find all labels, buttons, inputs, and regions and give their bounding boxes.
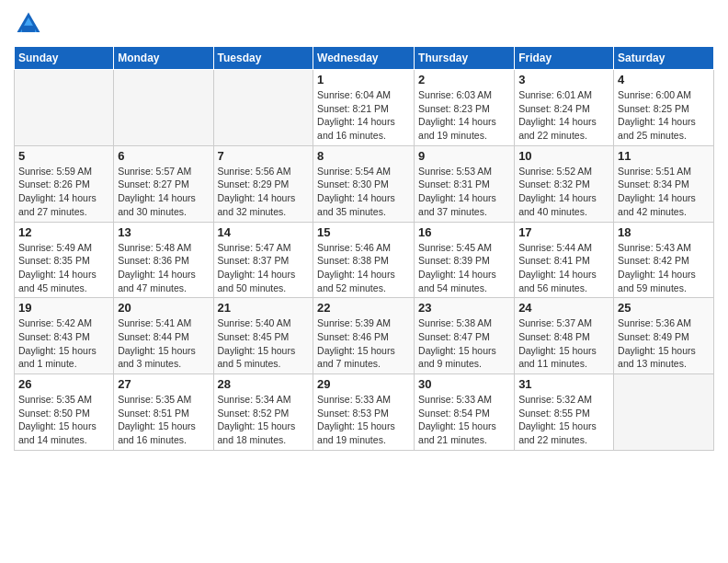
- day-number: 12: [18, 225, 109, 239]
- day-info: Sunrise: 6:03 AM Sunset: 8:23 PM Dayligh…: [418, 88, 510, 143]
- day-info: Sunrise: 6:04 AM Sunset: 8:21 PM Dayligh…: [317, 88, 410, 143]
- weekday-header-wednesday: Wednesday: [313, 47, 415, 70]
- calendar-cell: 18Sunrise: 5:43 AM Sunset: 8:42 PM Dayli…: [614, 222, 714, 298]
- day-info: Sunrise: 5:49 AM Sunset: 8:35 PM Dayligh…: [18, 241, 109, 295]
- day-number: 10: [518, 149, 609, 163]
- logo-icon: [14, 9, 43, 39]
- day-number: 22: [317, 301, 410, 315]
- calendar-week-2: 5Sunrise: 5:59 AM Sunset: 8:26 PM Daylig…: [15, 145, 714, 222]
- calendar-cell: 30Sunrise: 5:33 AM Sunset: 8:54 PM Dayli…: [415, 374, 515, 451]
- calendar-cell: 6Sunrise: 5:57 AM Sunset: 8:27 PM Daylig…: [114, 145, 213, 222]
- day-number: 4: [618, 73, 710, 86]
- day-number: 5: [18, 149, 109, 163]
- calendar-cell: 26Sunrise: 5:35 AM Sunset: 8:50 PM Dayli…: [15, 374, 114, 451]
- day-number: 23: [418, 301, 510, 315]
- day-number: 28: [218, 377, 310, 391]
- day-number: 24: [518, 301, 609, 315]
- day-info: Sunrise: 5:56 AM Sunset: 8:29 PM Dayligh…: [218, 165, 310, 219]
- day-number: 9: [418, 149, 510, 163]
- day-info: Sunrise: 5:59 AM Sunset: 8:26 PM Dayligh…: [18, 165, 109, 219]
- calendar-cell: 23Sunrise: 5:38 AM Sunset: 8:47 PM Dayli…: [415, 298, 515, 374]
- day-number: 14: [218, 225, 310, 239]
- day-number: 30: [418, 377, 510, 391]
- day-number: 27: [118, 377, 209, 391]
- day-number: 6: [118, 149, 209, 163]
- day-number: 29: [317, 377, 410, 391]
- day-number: 20: [118, 301, 209, 315]
- calendar-cell: 28Sunrise: 5:34 AM Sunset: 8:52 PM Dayli…: [213, 374, 313, 451]
- calendar-cell: 2Sunrise: 6:03 AM Sunset: 8:23 PM Daylig…: [415, 70, 515, 146]
- day-info: Sunrise: 5:53 AM Sunset: 8:31 PM Dayligh…: [418, 165, 510, 219]
- calendar-cell: 3Sunrise: 6:01 AM Sunset: 8:24 PM Daylig…: [515, 70, 614, 146]
- calendar-cell: 13Sunrise: 5:48 AM Sunset: 8:36 PM Dayli…: [114, 222, 213, 298]
- day-info: Sunrise: 5:42 AM Sunset: 8:43 PM Dayligh…: [18, 316, 109, 371]
- day-info: Sunrise: 5:33 AM Sunset: 8:54 PM Dayligh…: [418, 393, 510, 447]
- day-number: 7: [218, 149, 310, 163]
- calendar-week-3: 12Sunrise: 5:49 AM Sunset: 8:35 PM Dayli…: [15, 222, 714, 298]
- calendar-cell: 20Sunrise: 5:41 AM Sunset: 8:44 PM Dayli…: [114, 298, 213, 374]
- day-number: 31: [518, 377, 609, 391]
- day-info: Sunrise: 5:33 AM Sunset: 8:53 PM Dayligh…: [317, 393, 410, 447]
- calendar-cell: 19Sunrise: 5:42 AM Sunset: 8:43 PM Dayli…: [15, 298, 114, 374]
- calendar-week-1: 1Sunrise: 6:04 AM Sunset: 8:21 PM Daylig…: [15, 70, 714, 146]
- calendar-cell: 10Sunrise: 5:52 AM Sunset: 8:32 PM Dayli…: [515, 145, 614, 222]
- calendar-cell: 14Sunrise: 5:47 AM Sunset: 8:37 PM Dayli…: [213, 222, 313, 298]
- header: [14, 9, 714, 39]
- calendar-cell: [15, 70, 114, 146]
- calendar-cell: 1Sunrise: 6:04 AM Sunset: 8:21 PM Daylig…: [313, 70, 415, 146]
- calendar-cell: [614, 374, 714, 451]
- day-info: Sunrise: 5:46 AM Sunset: 8:38 PM Dayligh…: [317, 241, 410, 295]
- day-number: 2: [418, 73, 510, 86]
- calendar-cell: 5Sunrise: 5:59 AM Sunset: 8:26 PM Daylig…: [15, 145, 114, 222]
- calendar-cell: 9Sunrise: 5:53 AM Sunset: 8:31 PM Daylig…: [415, 145, 515, 222]
- page: SundayMondayTuesdayWednesdayThursdayFrid…: [0, 0, 728, 563]
- calendar-cell: 25Sunrise: 5:36 AM Sunset: 8:49 PM Dayli…: [614, 298, 714, 374]
- day-number: 11: [618, 149, 710, 163]
- day-info: Sunrise: 5:57 AM Sunset: 8:27 PM Dayligh…: [118, 165, 209, 219]
- day-info: Sunrise: 5:34 AM Sunset: 8:52 PM Dayligh…: [218, 393, 310, 447]
- calendar-cell: 21Sunrise: 5:40 AM Sunset: 8:45 PM Dayli…: [213, 298, 313, 374]
- day-number: 1: [317, 73, 410, 86]
- day-number: 25: [618, 301, 710, 315]
- day-info: Sunrise: 5:38 AM Sunset: 8:47 PM Dayligh…: [418, 316, 510, 371]
- calendar-week-4: 19Sunrise: 5:42 AM Sunset: 8:43 PM Dayli…: [15, 298, 714, 374]
- weekday-header-sunday: Sunday: [15, 47, 114, 70]
- day-number: 8: [317, 149, 410, 163]
- day-info: Sunrise: 5:35 AM Sunset: 8:50 PM Dayligh…: [18, 393, 109, 447]
- day-info: Sunrise: 5:43 AM Sunset: 8:42 PM Dayligh…: [618, 241, 710, 295]
- day-number: 19: [18, 301, 109, 315]
- calendar-cell: 12Sunrise: 5:49 AM Sunset: 8:35 PM Dayli…: [15, 222, 114, 298]
- svg-rect-2: [22, 26, 35, 32]
- calendar-cell: 24Sunrise: 5:37 AM Sunset: 8:48 PM Dayli…: [515, 298, 614, 374]
- day-number: 13: [118, 225, 209, 239]
- day-info: Sunrise: 5:51 AM Sunset: 8:34 PM Dayligh…: [618, 165, 710, 219]
- day-number: 21: [218, 301, 310, 315]
- day-info: Sunrise: 5:36 AM Sunset: 8:49 PM Dayligh…: [618, 316, 710, 371]
- calendar-cell: 11Sunrise: 5:51 AM Sunset: 8:34 PM Dayli…: [614, 145, 714, 222]
- calendar-cell: [213, 70, 313, 146]
- calendar-cell: 7Sunrise: 5:56 AM Sunset: 8:29 PM Daylig…: [213, 145, 313, 222]
- day-info: Sunrise: 5:47 AM Sunset: 8:37 PM Dayligh…: [218, 241, 310, 295]
- weekday-header-saturday: Saturday: [614, 47, 714, 70]
- day-info: Sunrise: 5:41 AM Sunset: 8:44 PM Dayligh…: [118, 316, 209, 371]
- weekday-header-row: SundayMondayTuesdayWednesdayThursdayFrid…: [15, 47, 714, 70]
- day-info: Sunrise: 5:37 AM Sunset: 8:48 PM Dayligh…: [518, 316, 609, 371]
- day-number: 26: [18, 377, 109, 391]
- logo: [14, 9, 47, 39]
- calendar-table: SundayMondayTuesdayWednesdayThursdayFrid…: [14, 46, 714, 451]
- weekday-header-thursday: Thursday: [415, 47, 515, 70]
- calendar-cell: 8Sunrise: 5:54 AM Sunset: 8:30 PM Daylig…: [313, 145, 415, 222]
- day-number: 15: [317, 225, 410, 239]
- calendar-cell: 17Sunrise: 5:44 AM Sunset: 8:41 PM Dayli…: [515, 222, 614, 298]
- calendar-week-5: 26Sunrise: 5:35 AM Sunset: 8:50 PM Dayli…: [15, 374, 714, 451]
- weekday-header-monday: Monday: [114, 47, 213, 70]
- calendar-cell: 15Sunrise: 5:46 AM Sunset: 8:38 PM Dayli…: [313, 222, 415, 298]
- day-number: 16: [418, 225, 510, 239]
- day-info: Sunrise: 5:52 AM Sunset: 8:32 PM Dayligh…: [518, 165, 609, 219]
- calendar-cell: 27Sunrise: 5:35 AM Sunset: 8:51 PM Dayli…: [114, 374, 213, 451]
- day-number: 3: [518, 73, 609, 86]
- calendar-cell: 31Sunrise: 5:32 AM Sunset: 8:55 PM Dayli…: [515, 374, 614, 451]
- calendar-cell: 4Sunrise: 6:00 AM Sunset: 8:25 PM Daylig…: [614, 70, 714, 146]
- calendar-cell: 16Sunrise: 5:45 AM Sunset: 8:39 PM Dayli…: [415, 222, 515, 298]
- calendar-cell: 22Sunrise: 5:39 AM Sunset: 8:46 PM Dayli…: [313, 298, 415, 374]
